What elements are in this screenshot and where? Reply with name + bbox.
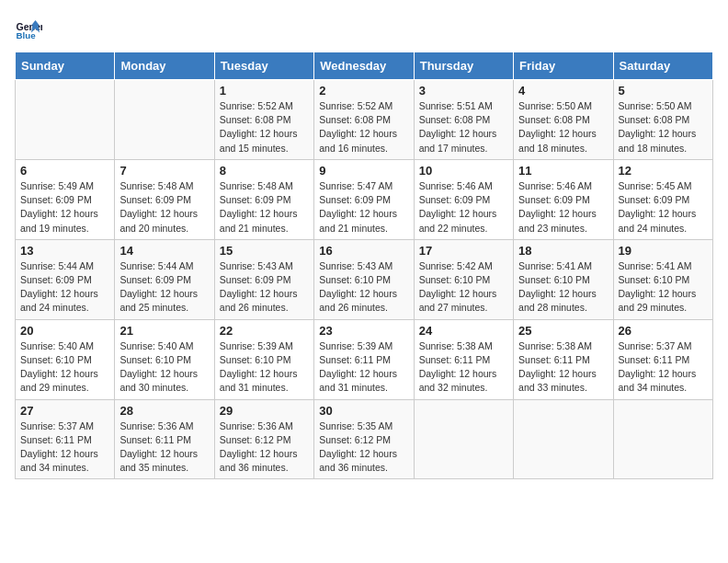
calendar-cell: 4Sunrise: 5:50 AM Sunset: 6:08 PM Daylig… — [514, 80, 613, 160]
day-number: 2 — [319, 84, 408, 98]
calendar-cell — [514, 399, 613, 479]
weekday-header-cell: Saturday — [613, 52, 712, 80]
day-info: Sunrise: 5:36 AM Sunset: 6:12 PM Dayligh… — [220, 419, 309, 476]
day-number: 21 — [119, 324, 209, 338]
day-number: 19 — [619, 244, 708, 258]
day-number: 12 — [619, 164, 708, 178]
day-info: Sunrise: 5:43 AM Sunset: 6:10 PM Dayligh… — [319, 259, 408, 316]
calendar-cell — [613, 399, 712, 479]
day-number: 1 — [220, 84, 309, 98]
day-info: Sunrise: 5:41 AM Sunset: 6:10 PM Dayligh… — [518, 259, 608, 316]
day-info: Sunrise: 5:47 AM Sunset: 6:09 PM Dayligh… — [319, 179, 408, 236]
day-info: Sunrise: 5:38 AM Sunset: 6:11 PM Dayligh… — [419, 339, 508, 396]
day-number: 16 — [319, 244, 408, 258]
calendar-table: SundayMondayTuesdayWednesdayThursdayFrid… — [15, 52, 713, 479]
calendar-cell: 25Sunrise: 5:38 AM Sunset: 6:11 PM Dayli… — [514, 319, 613, 399]
day-info: Sunrise: 5:50 AM Sunset: 6:08 PM Dayligh… — [619, 99, 708, 155]
day-info: Sunrise: 5:52 AM Sunset: 6:08 PM Dayligh… — [319, 99, 408, 155]
weekday-header-cell: Monday — [115, 52, 214, 80]
day-info: Sunrise: 5:37 AM Sunset: 6:11 PM Dayligh… — [20, 419, 109, 476]
calendar-week-row: 27Sunrise: 5:37 AM Sunset: 6:11 PM Dayli… — [16, 399, 713, 479]
calendar-cell: 2Sunrise: 5:52 AM Sunset: 6:08 PM Daylig… — [314, 80, 414, 160]
day-number: 29 — [220, 404, 309, 418]
day-number: 7 — [119, 164, 209, 178]
calendar-cell — [16, 80, 115, 160]
calendar-cell — [115, 80, 214, 160]
day-info: Sunrise: 5:40 AM Sunset: 6:10 PM Dayligh… — [119, 339, 209, 396]
calendar-cell: 16Sunrise: 5:43 AM Sunset: 6:10 PM Dayli… — [314, 239, 414, 319]
calendar-cell: 5Sunrise: 5:50 AM Sunset: 6:08 PM Daylig… — [613, 80, 712, 160]
calendar-cell: 26Sunrise: 5:37 AM Sunset: 6:11 PM Dayli… — [613, 319, 712, 399]
calendar-cell: 3Sunrise: 5:51 AM Sunset: 6:08 PM Daylig… — [414, 80, 513, 160]
day-info: Sunrise: 5:39 AM Sunset: 6:11 PM Dayligh… — [319, 339, 408, 396]
day-number: 10 — [419, 164, 508, 178]
day-number: 28 — [119, 404, 209, 418]
calendar-cell: 7Sunrise: 5:48 AM Sunset: 6:09 PM Daylig… — [115, 159, 214, 239]
calendar-cell: 22Sunrise: 5:39 AM Sunset: 6:10 PM Dayli… — [214, 319, 313, 399]
calendar-cell: 18Sunrise: 5:41 AM Sunset: 6:10 PM Dayli… — [514, 239, 613, 319]
day-info: Sunrise: 5:35 AM Sunset: 6:12 PM Dayligh… — [319, 419, 408, 476]
calendar-cell: 30Sunrise: 5:35 AM Sunset: 6:12 PM Dayli… — [314, 399, 414, 479]
day-number: 30 — [319, 404, 408, 418]
calendar-week-row: 20Sunrise: 5:40 AM Sunset: 6:10 PM Dayli… — [16, 319, 713, 399]
calendar-cell: 6Sunrise: 5:49 AM Sunset: 6:09 PM Daylig… — [16, 159, 115, 239]
day-info: Sunrise: 5:50 AM Sunset: 6:08 PM Dayligh… — [518, 99, 608, 155]
day-number: 14 — [119, 244, 209, 258]
day-info: Sunrise: 5:39 AM Sunset: 6:10 PM Dayligh… — [220, 339, 309, 396]
page-header: General Blue — [15, 15, 713, 42]
day-number: 17 — [419, 244, 508, 258]
day-number: 22 — [220, 324, 309, 338]
day-number: 23 — [319, 324, 408, 338]
day-number: 4 — [518, 84, 608, 98]
calendar-week-row: 13Sunrise: 5:44 AM Sunset: 6:09 PM Dayli… — [16, 239, 713, 319]
weekday-header-cell: Friday — [514, 52, 613, 80]
weekday-header-cell: Tuesday — [214, 52, 313, 80]
day-number: 13 — [20, 244, 109, 258]
calendar-cell: 24Sunrise: 5:38 AM Sunset: 6:11 PM Dayli… — [414, 319, 513, 399]
calendar-cell: 21Sunrise: 5:40 AM Sunset: 6:10 PM Dayli… — [115, 319, 214, 399]
day-info: Sunrise: 5:36 AM Sunset: 6:11 PM Dayligh… — [119, 419, 209, 476]
calendar-cell: 8Sunrise: 5:48 AM Sunset: 6:09 PM Daylig… — [214, 159, 313, 239]
day-info: Sunrise: 5:40 AM Sunset: 6:10 PM Dayligh… — [20, 339, 109, 396]
day-info: Sunrise: 5:42 AM Sunset: 6:10 PM Dayligh… — [419, 259, 508, 316]
calendar-week-row: 6Sunrise: 5:49 AM Sunset: 6:09 PM Daylig… — [16, 159, 713, 239]
logo-icon: General Blue — [15, 15, 42, 42]
weekday-header-cell: Sunday — [16, 52, 115, 80]
day-info: Sunrise: 5:38 AM Sunset: 6:11 PM Dayligh… — [518, 339, 608, 396]
day-info: Sunrise: 5:46 AM Sunset: 6:09 PM Dayligh… — [518, 179, 608, 236]
day-number: 25 — [518, 324, 608, 338]
day-info: Sunrise: 5:52 AM Sunset: 6:08 PM Dayligh… — [220, 99, 309, 155]
day-info: Sunrise: 5:45 AM Sunset: 6:09 PM Dayligh… — [619, 179, 708, 236]
day-number: 11 — [518, 164, 608, 178]
day-number: 18 — [518, 244, 608, 258]
calendar-cell: 28Sunrise: 5:36 AM Sunset: 6:11 PM Dayli… — [115, 399, 214, 479]
day-info: Sunrise: 5:43 AM Sunset: 6:09 PM Dayligh… — [220, 259, 309, 316]
day-info: Sunrise: 5:49 AM Sunset: 6:09 PM Dayligh… — [20, 179, 109, 236]
day-info: Sunrise: 5:44 AM Sunset: 6:09 PM Dayligh… — [20, 259, 109, 316]
calendar-cell: 29Sunrise: 5:36 AM Sunset: 6:12 PM Dayli… — [214, 399, 313, 479]
calendar-cell: 20Sunrise: 5:40 AM Sunset: 6:10 PM Dayli… — [16, 319, 115, 399]
calendar-cell: 23Sunrise: 5:39 AM Sunset: 6:11 PM Dayli… — [314, 319, 414, 399]
day-info: Sunrise: 5:48 AM Sunset: 6:09 PM Dayligh… — [119, 179, 209, 236]
calendar-cell: 1Sunrise: 5:52 AM Sunset: 6:08 PM Daylig… — [214, 80, 313, 160]
calendar-cell — [414, 399, 513, 479]
day-number: 15 — [220, 244, 309, 258]
day-number: 5 — [619, 84, 708, 98]
day-number: 20 — [20, 324, 109, 338]
calendar-cell: 17Sunrise: 5:42 AM Sunset: 6:10 PM Dayli… — [414, 239, 513, 319]
calendar-cell: 15Sunrise: 5:43 AM Sunset: 6:09 PM Dayli… — [214, 239, 313, 319]
day-info: Sunrise: 5:48 AM Sunset: 6:09 PM Dayligh… — [220, 179, 309, 236]
day-number: 8 — [220, 164, 309, 178]
day-info: Sunrise: 5:46 AM Sunset: 6:09 PM Dayligh… — [419, 179, 508, 236]
calendar-cell: 13Sunrise: 5:44 AM Sunset: 6:09 PM Dayli… — [16, 239, 115, 319]
day-number: 27 — [20, 404, 109, 418]
calendar-cell: 9Sunrise: 5:47 AM Sunset: 6:09 PM Daylig… — [314, 159, 414, 239]
logo: General Blue — [15, 15, 42, 42]
svg-text:Blue: Blue — [17, 30, 37, 40]
day-info: Sunrise: 5:41 AM Sunset: 6:10 PM Dayligh… — [619, 259, 708, 316]
day-number: 24 — [419, 324, 508, 338]
calendar-cell: 11Sunrise: 5:46 AM Sunset: 6:09 PM Dayli… — [514, 159, 613, 239]
calendar-cell: 27Sunrise: 5:37 AM Sunset: 6:11 PM Dayli… — [16, 399, 115, 479]
weekday-header-cell: Thursday — [414, 52, 513, 80]
weekday-header-row: SundayMondayTuesdayWednesdayThursdayFrid… — [16, 52, 713, 80]
